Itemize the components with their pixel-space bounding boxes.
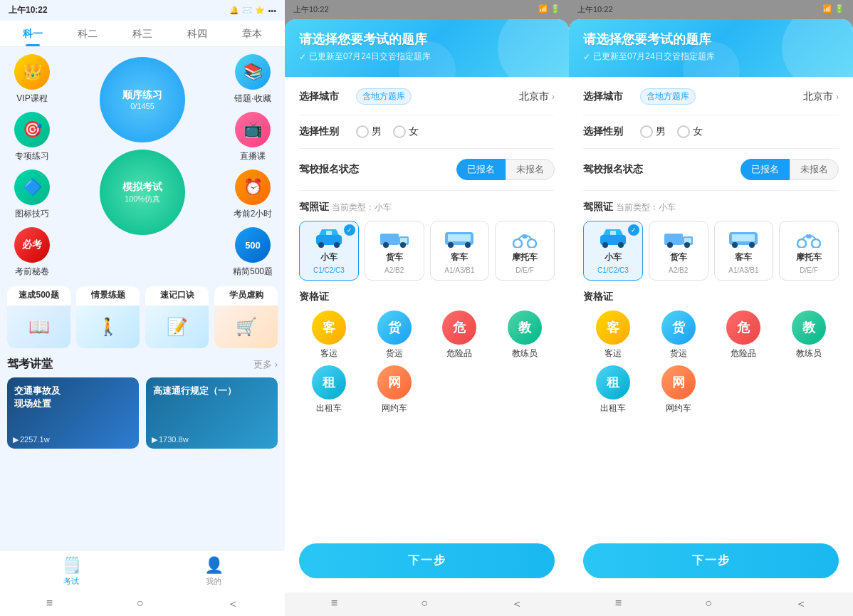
map-icon: 🔷 <box>14 169 50 205</box>
modal2-reg-row: 驾校报名状态 已报名 未报名 <box>583 159 839 191</box>
modal1-bus-sub: A1/A3/B1 <box>444 266 474 274</box>
cert2-coach-icon: 教 <box>792 310 826 345</box>
modal1-truck-name: 货车 <box>386 251 403 263</box>
app-main-content: 👑 VIP课程 🎯 专项练习 🔷 图标技巧 必考 考前秘卷 <box>0 47 285 550</box>
video-title-2: 高速通行规定（一） <box>153 385 236 397</box>
modal1-car-sub: C1/C2/C3 <box>313 266 345 274</box>
modal2-cert-coach[interactable]: 教 教练员 <box>779 310 839 360</box>
modal2-radio-female[interactable]: 女 <box>677 125 703 138</box>
tab-k1[interactable]: 科一 <box>6 21 61 46</box>
cert2-rideshare-label: 网约车 <box>666 402 691 414</box>
modal2-cert-freight[interactable]: 货 货运 <box>649 310 708 360</box>
svg-rect-21 <box>610 231 616 235</box>
radio-male-circle <box>356 125 369 138</box>
modal1-sys-back[interactable]: ＜ <box>511 597 523 612</box>
modal2-cert-passenger[interactable]: 客 客运 <box>583 310 643 360</box>
feature-map[interactable]: 🔷 图标技巧 <box>7 169 57 220</box>
modal2-city-row: 选择城市 含地方题库 北京市 › <box>583 88 839 115</box>
modal2-license-bus[interactable]: 客车 A1/A3/B1 <box>714 221 774 281</box>
modal2-panel: 上午10:22 📶 🔋 请选择您要考试的题库 ✓ 已更新至07月24日交管指定题… <box>569 0 853 616</box>
modal1-reg-enrolled[interactable]: 已报名 <box>456 159 506 180</box>
tab-zb[interactable]: 章本 <box>224 21 279 46</box>
tab-k4[interactable]: 科四 <box>169 21 224 46</box>
modal1-radio-female[interactable]: 女 <box>393 125 419 138</box>
modal1-header: 请选择您要考试的题库 ✓ 已更新至07月24日交管指定题库 <box>285 19 569 77</box>
nav-me[interactable]: 👤 我的 <box>142 556 285 587</box>
svg-point-32 <box>812 239 820 248</box>
modal1-license-truck[interactable]: 货车 A2/B2 <box>365 221 424 281</box>
modal1-radio-male[interactable]: 男 <box>356 125 382 138</box>
modal2-bus-name: 客车 <box>735 251 752 263</box>
sys-menu[interactable]: ≡ <box>46 597 53 612</box>
modal2-license-truck[interactable]: 货车 A2/B2 <box>649 221 708 281</box>
feature-secret[interactable]: 必考 考前秘卷 <box>7 227 57 278</box>
quick-scene[interactable]: 情景练题 🚶 <box>76 286 140 348</box>
modal2-sys-menu[interactable]: ≡ <box>615 597 622 612</box>
modal2-cert-grid-row1: 客 客运 货 货运 危 危险品 教 教练员 <box>583 310 839 360</box>
modal1-subtitle: ✓ 已更新至07月24日交管指定题库 <box>299 51 555 63</box>
modal1-sys-home[interactable]: ○ <box>421 597 428 612</box>
quick-mnemo[interactable]: 速记口诀 📝 <box>145 286 209 348</box>
sequential-practice-button[interactable]: 顺序练习 0/1455 <box>100 57 185 142</box>
modal2-radio-group: 男 女 <box>640 125 703 138</box>
feature-vip[interactable]: 👑 VIP课程 <box>7 54 57 105</box>
modal1-license-bus[interactable]: 客车 A1/A3/B1 <box>430 221 490 281</box>
modal2-cert-taxi[interactable]: 租 出租车 <box>583 365 643 414</box>
more-icon: ••• <box>268 6 276 15</box>
modal1-cert-freight[interactable]: 货 货运 <box>365 310 424 360</box>
modal2-sys-back[interactable]: ＜ <box>795 597 807 612</box>
svg-point-3 <box>334 242 340 248</box>
feature-wrong[interactable]: 📚 错题·收藏 <box>228 54 278 105</box>
quick-500[interactable]: 速成500题 📖 <box>7 286 70 348</box>
modal1-license-moto[interactable]: 摩托车 D/E/F <box>495 221 555 281</box>
modal1-reg-content: 已报名 未报名 <box>359 159 555 180</box>
feature-q500[interactable]: 500 精简500题 <box>228 227 278 278</box>
cert-freight-icon: 货 <box>377 310 412 345</box>
modal2-cert-rideshare[interactable]: 网 网约车 <box>649 365 708 414</box>
feature-special[interactable]: 🎯 专项练习 <box>7 112 57 162</box>
modal1-sys-menu[interactable]: ≡ <box>331 597 337 612</box>
q500-label: 精简500题 <box>233 266 273 278</box>
modal1-next-button[interactable]: 下一步 <box>299 543 555 578</box>
modal2-radio-male[interactable]: 男 <box>640 125 666 138</box>
modal1-cert-danger[interactable]: 危 危险品 <box>430 310 490 360</box>
tab-k2[interactable]: 科二 <box>61 21 115 46</box>
quick-student[interactable]: 学员虐购 🛒 <box>214 286 278 348</box>
modal1-status-icons: 📶 🔋 <box>538 4 560 15</box>
modal1-reg-not-enrolled[interactable]: 未报名 <box>506 159 555 180</box>
video-card-2[interactable]: 高速通行规定（一） ▶1730.8w <box>146 377 278 449</box>
video-card-1[interactable]: 交通事故及现场处置 ▶2257.1w <box>7 377 139 449</box>
modal2-city-value[interactable]: 北京市 › <box>803 90 839 103</box>
lecture-title: 驾考讲堂 <box>7 357 53 372</box>
modal2-truck-icon <box>663 227 694 249</box>
modal2-sys-home[interactable]: ○ <box>705 597 712 612</box>
lecture-more[interactable]: 更多 › <box>253 358 278 371</box>
modal2-truck-sub: A2/B2 <box>669 266 688 274</box>
modal1-license-car[interactable]: ✓ 小车 C1/C2/C3 <box>299 221 359 281</box>
mock-exam-button[interactable]: 模拟考试 100%仿真 <box>100 150 185 235</box>
modal1-cert-passenger[interactable]: 客 客运 <box>299 310 359 360</box>
feature-exam2h[interactable]: ⏰ 考前2小时 <box>228 169 278 220</box>
modal2-cert-danger[interactable]: 危 危险品 <box>714 310 774 360</box>
svg-rect-24 <box>684 238 691 243</box>
modal2-status: 上午10:22 📶 🔋 <box>569 0 853 19</box>
modal2-license-section: 驾照证 当前类型：小车 ✓ <box>583 201 839 281</box>
modal2-license-moto[interactable]: 摩托车 D/E/F <box>779 221 839 281</box>
modal1-cert-rideshare[interactable]: 网 网约车 <box>365 365 424 414</box>
modal2-license-car[interactable]: ✓ 小车 C1/C2/C3 <box>583 221 643 281</box>
nav-tabs: 科一 科二 科三 科四 章本 <box>0 21 285 47</box>
modal2-reg-not-enrolled[interactable]: 未报名 <box>790 159 839 180</box>
nav-exam[interactable]: 🗒️ 考试 <box>0 556 142 587</box>
modal1-city-value[interactable]: 北京市 › <box>519 90 555 103</box>
sys-back[interactable]: ＜ <box>227 597 239 612</box>
modal2-reg-enrolled[interactable]: 已报名 <box>741 159 790 180</box>
star-icon: ⭐ <box>255 6 265 15</box>
modal1-city-row: 选择城市 含地方题库 北京市 › <box>299 88 555 115</box>
sys-home[interactable]: ○ <box>137 597 144 612</box>
modal2-next-button[interactable]: 下一步 <box>583 543 839 578</box>
feature-live[interactable]: 📺 直播课 <box>228 112 278 162</box>
modal1-cert-taxi[interactable]: 租 出租车 <box>299 365 359 414</box>
tab-k3[interactable]: 科三 <box>115 21 170 46</box>
app-panel: 上午10:22 🔔 ✉️ ⭐ ••• 科一 科二 科三 科四 章本 👑 VIP课… <box>0 0 285 616</box>
modal1-cert-coach[interactable]: 教 教练员 <box>495 310 555 360</box>
